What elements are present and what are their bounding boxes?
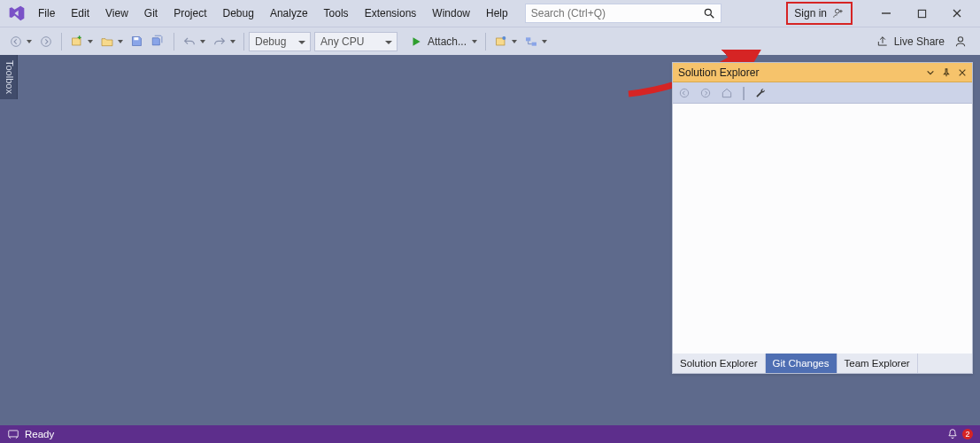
svg-point-8 [42,36,51,46]
tab-team-explorer[interactable]: Team Explorer [837,354,918,373]
solution-platform-dropdown[interactable]: Any CPU [314,32,397,51]
menu-debug[interactable]: Debug [215,0,262,27]
svg-rect-4 [918,10,925,17]
panel-close-icon[interactable] [958,68,967,77]
nav-forward-icon[interactable] [699,87,712,99]
close-button[interactable] [939,1,975,26]
svg-point-12 [502,36,505,40]
status-icon [7,428,19,440]
menu-window[interactable]: Window [424,0,478,27]
toolbar-forward-button[interactable] [35,31,57,52]
status-bar: Ready 2 [0,425,980,443]
sign-in-button[interactable]: Sign in [791,7,848,19]
toolbar-back-button[interactable] [5,31,35,52]
open-button[interactable] [96,31,127,52]
save-all-button[interactable] [147,31,169,52]
panel-title: Solution Explorer [678,66,759,79]
start-attach-button[interactable]: Attach... [403,31,481,52]
wrench-icon[interactable] [754,87,767,99]
svg-line-1 [710,15,714,19]
undo-button[interactable] [179,31,209,52]
maximize-button[interactable] [904,1,939,26]
toolbar-extra-1[interactable] [490,31,521,52]
attach-label: Attach... [428,35,467,48]
svg-rect-10 [134,37,138,40]
search-input[interactable] [531,7,703,19]
window-controls [868,1,975,26]
status-text: Ready [25,429,54,439]
vs-logo-icon [5,2,28,25]
workspace: Toolbox Solution Explorer | Solution Exp… [0,55,980,425]
pin-icon[interactable] [942,68,951,77]
tab-git-changes[interactable]: Git Changes [766,354,837,373]
svg-point-17 [701,89,709,97]
svg-point-15 [958,36,962,41]
panel-header[interactable]: Solution Explorer [673,63,972,82]
share-icon [876,35,889,48]
toolbar-extra-2[interactable] [521,31,551,52]
svg-rect-14 [532,42,536,45]
solution-config-dropdown[interactable]: Debug [249,32,311,51]
new-project-button[interactable] [66,31,96,52]
redo-button[interactable] [209,31,239,52]
menu-analyze[interactable]: Analyze [262,0,316,27]
home-icon[interactable] [721,87,733,99]
menu-file[interactable]: File [30,0,63,27]
panel-tab-strip: Solution Explorer Git Changes Team Explo… [673,354,972,373]
menu-bar: File Edit View Git Project Debug Analyze… [0,0,980,27]
search-icon [703,7,715,19]
menu-view[interactable]: View [97,0,136,27]
notification-bell-icon[interactable] [946,428,959,440]
nav-back-icon[interactable] [678,87,691,99]
save-button[interactable] [127,31,147,52]
menu-tools[interactable]: Tools [316,0,357,27]
panel-toolbar: | [673,82,972,104]
annotation-highlight: Sign in [786,2,853,25]
panel-body [673,104,972,354]
svg-point-2 [836,9,840,13]
live-share-button[interactable]: Live Share [876,35,945,48]
search-box[interactable] [525,4,721,23]
menu-edit[interactable]: Edit [63,0,97,27]
standard-toolbar: Debug Any CPU Attach... Live Share [0,27,980,55]
solution-explorer-panel: Solution Explorer | Solution Explorer Gi… [672,62,973,374]
svg-point-0 [705,9,711,15]
panel-menu-icon[interactable] [926,68,935,77]
menu-git[interactable]: Git [136,0,166,27]
svg-rect-18 [9,431,19,437]
sign-in-label: Sign in [794,7,827,19]
menu-project[interactable]: Project [166,0,214,27]
toolbox-tab[interactable]: Toolbox [0,55,18,99]
menu-help[interactable]: Help [478,0,516,27]
menu-extensions[interactable]: Extensions [357,0,425,27]
live-share-label: Live Share [894,35,945,48]
notification-badge: 2 [962,429,973,439]
minimize-button[interactable] [868,1,904,26]
tab-solution-explorer[interactable]: Solution Explorer [673,354,766,373]
svg-rect-13 [526,37,530,41]
person-add-icon [832,7,845,19]
feedback-icon[interactable] [953,35,968,49]
svg-point-7 [12,36,21,46]
svg-point-16 [680,89,688,97]
